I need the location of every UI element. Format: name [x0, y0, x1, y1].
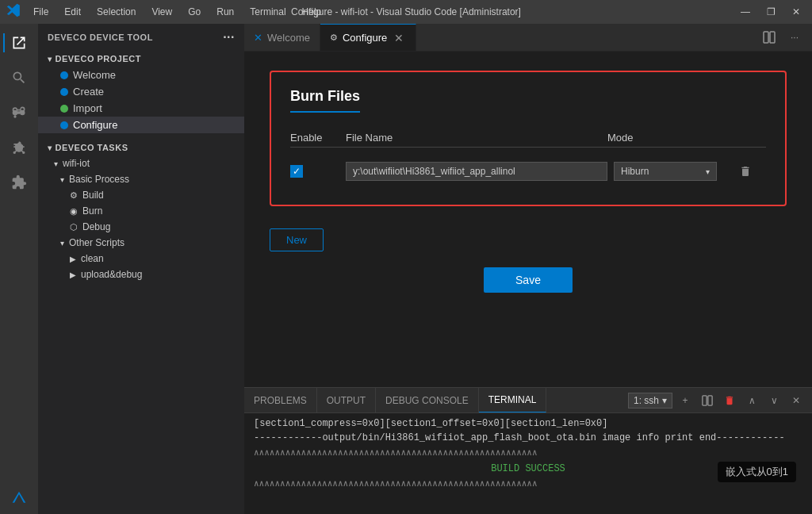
terminal-build-success: BUILD SUCCESS [254, 462, 802, 476]
titlebar-controls: — ❐ ✕ [736, 4, 806, 20]
terminal-dropdown-chevron-icon: ▾ [662, 395, 667, 406]
minimize-button[interactable]: — [736, 4, 755, 20]
configure-tab-icon: ⚙ [330, 33, 338, 43]
sidebar-label-configure: Configure [73, 119, 117, 131]
row-checkbox[interactable]: ✓ [290, 165, 303, 178]
wifi-iot-label: wifi-iot [63, 158, 90, 169]
filename-input[interactable] [346, 162, 607, 181]
sidebar-item-import[interactable]: Import [38, 100, 244, 117]
build-icon: ⚙ [70, 190, 78, 201]
menu-run[interactable]: Run [210, 5, 240, 19]
terminal-split-button[interactable] [698, 391, 717, 410]
sidebar-item-welcome[interactable]: Welcome [38, 67, 244, 83]
task-build[interactable]: ⚙ Build [38, 187, 244, 203]
other-scripts-label: Other Scripts [69, 237, 124, 248]
tasks-chevron-icon: ▾ [48, 144, 52, 152]
terminal-chevron-down-button[interactable]: ∨ [764, 391, 783, 410]
delete-row-button[interactable] [734, 160, 756, 182]
build-success-text: BUILD SUCCESS [491, 463, 565, 474]
activity-source-control[interactable] [3, 97, 35, 128]
wifi-iot-chevron-icon: ▾ [54, 159, 58, 168]
terminal-tab-output[interactable]: OUTPUT [317, 388, 376, 412]
mode-select-wrapper[interactable]: Hiburn ▾ [614, 162, 717, 181]
terminal-session-dropdown[interactable]: 1: ssh ▾ [628, 393, 672, 409]
build-label: Build [82, 190, 104, 201]
clean-icon: ▶ [70, 255, 76, 263]
sidebar-label-import: Import [73, 102, 102, 114]
menu-file[interactable]: File [27, 5, 55, 19]
task-clean[interactable]: ▶ clean [38, 251, 244, 267]
project-section[interactable]: ▾ DEVECO PROJECT [38, 51, 244, 67]
basic-process-chevron-icon: ▾ [60, 175, 64, 184]
titlebar: File Edit Selection View Go Run Terminal… [0, 0, 812, 24]
terminal-controls: 1: ssh ▾ + ∧ ∨ ✕ [628, 388, 812, 412]
tab-configure-label: Configure [343, 32, 387, 44]
close-button[interactable]: ✕ [787, 4, 806, 20]
svg-rect-2 [703, 395, 707, 405]
sidebar-header: DEVECO DEVICE TOOL ··· [38, 24, 244, 51]
header-mode: Mode [607, 132, 734, 144]
task-upload-debug[interactable]: ▶ upload&debug [38, 267, 244, 282]
terminal-content: [section1_compress=0x0][section1_offset=… [244, 413, 812, 514]
more-tabs-icon[interactable]: ··· [783, 26, 806, 48]
terminal-tabs: PROBLEMS OUTPUT DEBUG CONSOLE TERMINAL 1… [244, 388, 812, 413]
activity-explorer[interactable] [3, 27, 35, 59]
terminal-tab-terminal[interactable]: TERMINAL [479, 388, 547, 412]
terminal-tab-debug-console[interactable]: DEBUG CONSOLE [376, 388, 479, 412]
menu-go[interactable]: Go [182, 5, 207, 19]
project-chevron-icon: ▾ [48, 55, 52, 63]
clean-label: clean [81, 253, 104, 264]
table-header: Enable File Name Mode [290, 128, 766, 148]
task-basic-process[interactable]: ▾ Basic Process [38, 171, 244, 187]
save-button[interactable]: Save [484, 267, 573, 293]
terminal-close-button[interactable]: ✕ [787, 391, 806, 410]
tab-close-configure[interactable]: ✕ [392, 31, 406, 45]
new-button[interactable]: New [270, 228, 324, 251]
main-layout: DEVECO DEVICE TOOL ··· ▾ DEVECO PROJECT … [0, 24, 812, 514]
menu-view[interactable]: View [145, 5, 178, 19]
sidebar-item-configure[interactable]: Configure [38, 117, 244, 133]
tab-configure[interactable]: ⚙ Configure ✕ [320, 24, 416, 51]
split-editor-icon[interactable] [758, 26, 780, 48]
editor-content: Burn Files Enable File Name Mode ✓ [244, 52, 812, 514]
checkbox-check-icon: ✓ [293, 166, 301, 177]
terminal-trash-button[interactable] [720, 391, 739, 410]
menu-selection[interactable]: Selection [90, 5, 142, 19]
activity-bar [0, 24, 38, 514]
terminal-session-label: 1: ssh [634, 395, 659, 406]
terminal-chevron-up-button[interactable]: ∧ [742, 391, 761, 410]
mode-chevron-icon: ▾ [706, 167, 710, 176]
debug-label: Debug [82, 221, 110, 232]
activity-deveco[interactable] [3, 482, 35, 514]
terminal-line-2: ------------output/bin/Hi3861_wifiiot_ap… [254, 431, 802, 445]
tab-welcome[interactable]: ✕ Welcome [244, 24, 320, 51]
activity-extensions[interactable] [3, 167, 35, 198]
activity-debug[interactable] [3, 132, 35, 163]
sidebar-label-welcome: Welcome [73, 69, 116, 81]
import-dot-icon [60, 105, 68, 113]
terminal-add-button[interactable]: + [676, 391, 695, 410]
vscode-logo-icon [6, 3, 21, 21]
terminal-tab-problems[interactable]: PROBLEMS [244, 388, 317, 412]
row-enable-cell: ✓ [290, 165, 346, 178]
upload-debug-icon: ▶ [70, 270, 76, 279]
configure-panel: Burn Files Enable File Name Mode ✓ [244, 52, 812, 387]
tab-bar-right: ··· [758, 24, 812, 51]
row-filename-cell [346, 162, 607, 181]
task-debug[interactable]: ⬡ Debug [38, 219, 244, 235]
svg-rect-3 [708, 395, 712, 405]
svg-rect-0 [764, 32, 768, 43]
tab-welcome-label: Welcome [267, 32, 310, 44]
sidebar-item-create[interactable]: Create [38, 83, 244, 100]
sidebar-more-icon[interactable]: ··· [223, 30, 235, 44]
menu-edit[interactable]: Edit [58, 5, 87, 19]
task-other-scripts[interactable]: ▾ Other Scripts [38, 235, 244, 251]
tasks-section-header[interactable]: ▾ DEVECO TASKS [38, 140, 244, 155]
maximize-button[interactable]: ❐ [761, 4, 780, 20]
menu-terminal[interactable]: Terminal [243, 5, 292, 19]
burn-files-table: Enable File Name Mode ✓ [290, 128, 766, 189]
task-burn[interactable]: ◉ Burn [38, 203, 244, 219]
activity-search[interactable] [3, 62, 35, 94]
header-enable: Enable [290, 132, 346, 144]
task-wifi-iot[interactable]: ▾ wifi-iot [38, 155, 244, 171]
